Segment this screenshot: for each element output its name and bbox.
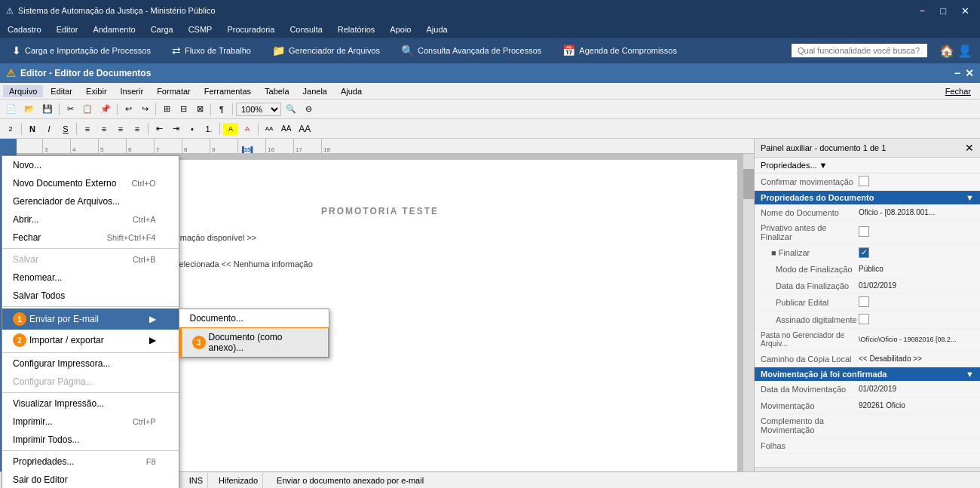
menu-imprimir[interactable]: Imprimir...Ctrl+P [2, 413, 179, 431]
menu-arquivo[interactable]: Arquivo [3, 85, 43, 97]
menu-enviar-email[interactable]: 1Enviar por E-mail ▶ Documento... 3 Docu… [2, 308, 179, 330]
toolbar-fluxo[interactable]: ⇄ Fluxo de Trabalho [167, 41, 256, 60]
menu-salvar-todos[interactable]: Salvar Todos [2, 287, 179, 305]
fechar-editor-link[interactable]: Fechar [939, 85, 977, 97]
tb-indent-increase[interactable]: ⇥ [168, 121, 183, 136]
tb-new[interactable]: 📄 [3, 102, 20, 116]
email-submenu[interactable]: Documento... 3 Documento (como anexo)... [179, 308, 329, 358]
menu-propriedades[interactable]: Propriedades...F8 [2, 453, 179, 471]
arquivo-dropdown[interactable]: Novo... Novo Documento ExternoCtrl+O Ger… [2, 155, 179, 488]
menu-visualizar-impressao[interactable]: Visualizar Impressão... [2, 394, 179, 413]
zoom-select[interactable]: 100% 75% 150% [236, 103, 281, 116]
menu-gerenciador[interactable]: Gerenciador de Arquivos... [2, 192, 179, 210]
menu-novo[interactable]: Novo... [2, 156, 179, 174]
tb-font-size-aa2[interactable]: AA [278, 122, 294, 135]
menu-configurar-impressora[interactable]: Configurar Impressora... [2, 354, 179, 373]
toolbar-carga[interactable]: ⬇ Carga e Importação de Processos [8, 41, 155, 60]
menu-imprimir-todos[interactable]: Imprimir Todos... [2, 431, 179, 449]
menu-exibir[interactable]: Exibir [80, 85, 113, 97]
menu-apoio[interactable]: Apoio [387, 23, 414, 35]
section-props-header[interactable]: Propriedades do Documento ▼ [755, 191, 980, 204]
checkbox-confirmar[interactable] [859, 176, 869, 186]
tb-zoom-in[interactable]: 🔍 [283, 102, 299, 116]
menu-sair-editor[interactable]: Sair do Editor [2, 471, 179, 488]
section-movimentacao-header[interactable]: Movimentação já foi confirmada ▼ [755, 367, 980, 381]
field-value-publicar[interactable] [859, 296, 974, 308]
editor-close-button[interactable]: ✕ [965, 67, 974, 79]
menu-procuradoria[interactable]: Procuradoria [224, 23, 277, 35]
home-icon[interactable]: 🏠 [939, 44, 954, 58]
tb-list-bullet[interactable]: • [185, 122, 200, 136]
menu-configurar-pagina[interactable]: Configurar Página... [2, 373, 179, 391]
menu-ferramentas[interactable]: Ferramentas [198, 85, 257, 97]
close-button[interactable]: ✕ [957, 4, 974, 18]
menu-novo-externo[interactable]: Novo Documento ExternoCtrl+O [2, 174, 179, 192]
menu-renomear[interactable]: Renomear... [2, 269, 179, 287]
menu-salvar[interactable]: SalvarCtrl+B [2, 250, 179, 269]
confirmar-checkbox[interactable] [859, 176, 974, 188]
tb-font-size-aa1[interactable]: AA [262, 123, 277, 134]
minimize-button[interactable]: − [915, 4, 930, 18]
menu-abrir[interactable]: Abrir...Ctrl+A [2, 210, 179, 229]
tb-paste[interactable]: 📌 [97, 102, 114, 116]
tb-copy[interactable]: 📋 [79, 102, 96, 116]
menu-carga[interactable]: Carga [148, 23, 176, 35]
checkbox-assinado[interactable] [859, 314, 869, 324]
search-input[interactable] [792, 44, 927, 57]
toolbar-consulta[interactable]: 🔍 Consulta Avançada de Processos [397, 41, 546, 60]
menu-csmp[interactable]: CSMP [185, 23, 216, 35]
right-panel-close[interactable]: ✕ [965, 142, 974, 154]
menu-editor[interactable]: Editor [54, 23, 81, 35]
menu-consulta[interactable]: Consulta [286, 23, 325, 35]
tb-align-center[interactable]: ≡ [96, 122, 112, 136]
tb-bold[interactable]: N [25, 122, 40, 136]
tb-para[interactable]: ¶ [214, 103, 229, 116]
tb-table2[interactable]: ⊟ [176, 102, 191, 116]
editor-minimize-button[interactable]: − [954, 67, 960, 79]
tb-table[interactable]: ⊞ [159, 102, 174, 116]
tb-open[interactable]: 📂 [21, 102, 38, 116]
checkbox-privativo[interactable] [859, 226, 869, 237]
tb-highlight[interactable]: A [223, 123, 238, 135]
menu-editar[interactable]: Editar [44, 85, 78, 97]
tb-underline[interactable]: S [58, 122, 73, 136]
tb-align-right[interactable]: ≡ [113, 122, 128, 136]
menu-ajuda-editor[interactable]: Ajuda [335, 85, 368, 97]
tb-table3[interactable]: ⊠ [192, 102, 207, 116]
tb-zoom-out[interactable]: ⊖ [301, 102, 316, 116]
menu-ajuda[interactable]: Ajuda [423, 23, 450, 35]
checkbox-publicar[interactable] [859, 296, 869, 307]
tb-redo[interactable]: ↪ [137, 102, 152, 116]
toolbar-agenda[interactable]: 📅 Agenda de Compromissos [558, 41, 681, 60]
menu-cadastro[interactable]: Cadastro [5, 23, 44, 35]
tb-align-left[interactable]: ≡ [80, 122, 95, 136]
menu-tabela[interactable]: Tabela [259, 85, 295, 97]
tb-save[interactable]: 💾 [39, 102, 56, 116]
tb-undo[interactable]: ↩ [121, 102, 136, 116]
tb-font-size-aa3[interactable]: AA [296, 121, 314, 137]
field-value-assinado[interactable] [859, 314, 974, 326]
menu-janela[interactable]: Janela [297, 85, 333, 97]
submenu-documento[interactable]: Documento... [179, 309, 329, 327]
checkbox-finalizar[interactable]: ✓ [859, 247, 869, 258]
vertical-scrollbar[interactable] [743, 154, 754, 488]
props-dropdown-btn[interactable]: Propriedades... ▼ [755, 158, 980, 173]
submenu-documento-anexo[interactable]: 3 Documento (como anexo)... [179, 327, 329, 358]
maximize-button[interactable]: □ [936, 4, 951, 18]
tb-font-color[interactable]: A [240, 123, 255, 135]
menu-relatorios[interactable]: Relatórios [335, 23, 378, 35]
tb-cut[interactable]: ✂ [63, 102, 78, 116]
field-value-finalizar[interactable]: ✓ [859, 247, 974, 258]
user-icon[interactable]: 👤 [957, 44, 972, 58]
scrollbar-thumb[interactable] [743, 169, 754, 199]
menu-inserir[interactable]: Inserir [115, 85, 150, 97]
menu-fechar[interactable]: FecharShift+Ctrl+F4 [2, 229, 179, 247]
tb-font-size-down[interactable]: 2 [3, 123, 18, 135]
tb-italic[interactable]: I [41, 122, 57, 136]
tb-list-number[interactable]: 1. [201, 122, 216, 136]
tb-align-justify[interactable]: ≡ [130, 122, 145, 136]
field-value-privativo[interactable] [859, 226, 974, 238]
menu-formatar[interactable]: Formatar [151, 85, 197, 97]
toolbar-gerenciador[interactable]: 📁 Gerenciador de Arquivos [268, 41, 384, 60]
menu-andamento[interactable]: Andamento [90, 23, 138, 35]
